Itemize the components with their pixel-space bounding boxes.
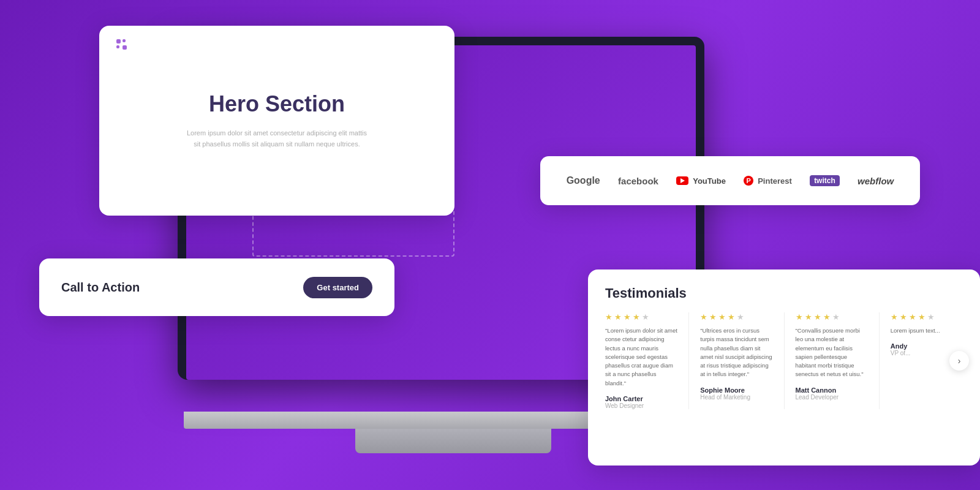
brand-youtube: YouTube (676, 176, 726, 186)
brand-google: Google (567, 175, 600, 186)
star: ★ (832, 312, 840, 322)
star: ★ (796, 312, 803, 322)
cta-card: Call to Action Get started (39, 258, 394, 316)
testimonial-role-2: Head of Marketing (700, 394, 772, 401)
hero-title: Hero Section (209, 91, 345, 117)
star: ★ (728, 312, 735, 322)
stars-2: ★ ★ ★ ★ ★ (700, 312, 772, 322)
brand-pinterest: PPinterest (744, 176, 792, 186)
hero-logo (116, 39, 127, 50)
cta-title: Call to Action (61, 281, 140, 295)
testimonial-text-1: "Lorem ipsum dolor sit amet conse ctetur… (605, 326, 677, 388)
testimonial-text-3: "Convallis posuere morbi leo una molesti… (796, 326, 868, 379)
star: ★ (909, 312, 916, 322)
logo-dot-1 (116, 39, 121, 43)
star: ★ (814, 312, 821, 322)
testimonial-role-1: Web Designer (605, 402, 677, 409)
star: ★ (700, 312, 707, 322)
brand-facebook: facebook (618, 176, 658, 186)
star: ★ (709, 312, 717, 322)
star: ★ (900, 312, 907, 322)
star: ★ (927, 312, 935, 322)
get-started-button[interactable]: Get started (303, 277, 372, 298)
testimonial-item-3: ★ ★ ★ ★ ★ "Convallis posuere morbi leo u… (796, 312, 868, 409)
testimonial-name-4: Andy (891, 342, 963, 350)
logo-dot-2 (123, 39, 126, 42)
youtube-icon (676, 176, 688, 185)
testimonial-name-3: Matt Cannon (796, 386, 868, 394)
stars-3: ★ ★ ★ ★ ★ (796, 312, 868, 322)
star: ★ (918, 312, 925, 322)
stars-4: ★ ★ ★ ★ ★ (891, 312, 963, 322)
hero-section-card: Hero Section Lorem ipsum dolor sit amet … (99, 26, 454, 216)
testimonials-title: Testimonials (605, 285, 963, 301)
testimonials-next-button[interactable]: › (949, 351, 969, 371)
star: ★ (823, 312, 831, 322)
star: ★ (737, 312, 744, 322)
testimonials-card: Testimonials ★ ★ ★ ★ ★ "Lorem ipsum dolo… (588, 270, 980, 466)
divider-3 (879, 312, 880, 409)
star: ★ (624, 312, 631, 322)
logo-dot-3 (116, 45, 119, 48)
divider-1 (688, 312, 689, 409)
testimonials-grid: ★ ★ ★ ★ ★ "Lorem ipsum dolor sit amet co… (605, 312, 963, 409)
star: ★ (805, 312, 812, 322)
testimonial-role-3: Lead Developer (796, 394, 868, 401)
star: ★ (891, 312, 898, 322)
twitch-box: twitch (810, 175, 840, 186)
hero-subtitle: Lorem ipsum dolor sit amet consectetur a… (185, 128, 369, 149)
testimonial-item-2: ★ ★ ★ ★ ★ "Ultrices eros in cursus turpi… (700, 312, 772, 409)
pinterest-icon: P (744, 176, 753, 186)
stars-1: ★ ★ ★ ★ ★ (605, 312, 677, 322)
star: ★ (718, 312, 726, 322)
testimonial-item-1: ★ ★ ★ ★ ★ "Lorem ipsum dolor sit amet co… (605, 312, 677, 409)
testimonial-text-4: Lorem ipsum text... (891, 326, 963, 335)
star: ★ (633, 312, 640, 322)
testimonial-text-2: "Ultrices eros in cursus turpis massa ti… (700, 326, 772, 379)
laptop-foot (355, 429, 551, 453)
star: ★ (642, 312, 649, 322)
star: ★ (605, 312, 612, 322)
brand-twitch: twitch (810, 175, 840, 186)
star: ★ (614, 312, 622, 322)
testimonial-name-1: John Carter (605, 395, 677, 402)
divider-2 (784, 312, 785, 409)
brand-webflow: webflow (858, 176, 894, 186)
logo-dot-4 (123, 45, 127, 50)
testimonial-name-2: Sophie Moore (700, 386, 772, 394)
brands-card: Google facebook YouTube PPinterest twitc… (540, 156, 920, 205)
